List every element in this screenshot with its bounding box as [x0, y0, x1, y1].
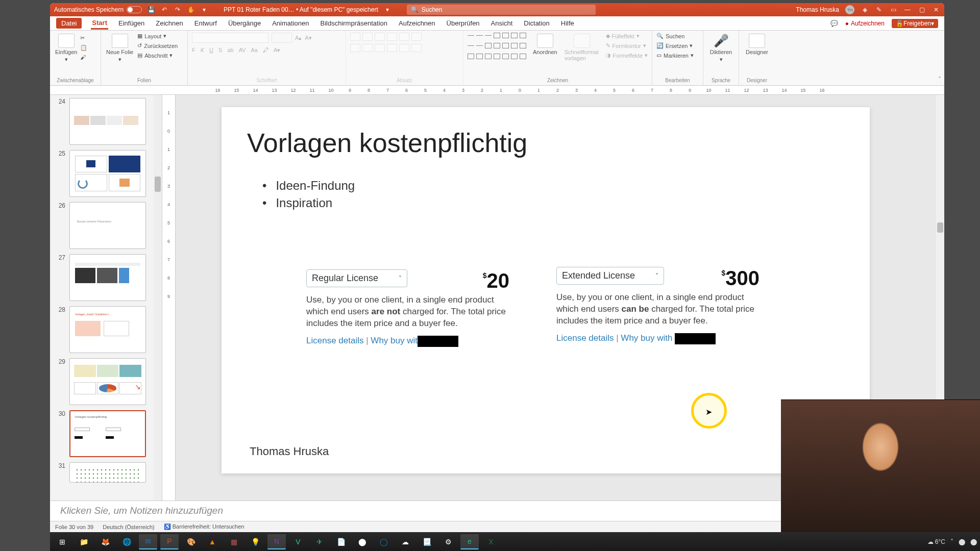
slide-canvas[interactable]: Vorlagen kostenpflichtig Ideen-Findung I… [222, 107, 870, 473]
autosave-toggle[interactable] [127, 6, 142, 13]
thumb-26[interactable]: Beispiel einfache Präsentation [69, 202, 146, 249]
italic-button[interactable]: K [201, 47, 204, 54]
file-explorer-icon[interactable]: 📁 [75, 534, 93, 549]
search-input[interactable]: 🔍 Suchen [407, 5, 596, 15]
why-buy-link[interactable]: Why buy with [621, 333, 672, 343]
app-icon[interactable]: 📃 [418, 534, 436, 549]
slide-thumbnails-panel[interactable]: 24 25 26Beispiel einfache Präsentation 2… [50, 95, 162, 500]
minimize-icon[interactable]: — [903, 6, 912, 14]
select-button[interactable]: ▭ Markieren ▾ [656, 52, 694, 59]
font-size-input[interactable] [272, 33, 292, 43]
firefox-icon[interactable]: 🦊 [96, 534, 114, 549]
tab-hilfe[interactable]: Hilfe [560, 18, 575, 29]
thumb-30[interactable]: Vorlagen kostenpflichtig [69, 410, 146, 457]
edge-icon[interactable]: e [460, 534, 479, 549]
app-icon[interactable]: 📄 [332, 534, 350, 549]
line-spacing-button[interactable] [399, 33, 409, 41]
quickstyles-button[interactable]: Schnellformat vorlagen [564, 33, 601, 62]
comments-icon[interactable]: 💬 [830, 20, 838, 27]
strike-button[interactable]: S [218, 47, 222, 54]
bold-button[interactable]: F [192, 47, 195, 54]
touch-icon[interactable]: ✋ [187, 6, 195, 14]
align-left-button[interactable] [350, 44, 360, 52]
extended-license-dropdown[interactable]: Extended License˅ [556, 267, 664, 285]
tab-zeichnen[interactable]: Zeichnen [155, 18, 184, 29]
excel-icon[interactable]: X [482, 534, 500, 549]
fill-button[interactable]: ◆ Fülleffekt ▾ [606, 33, 640, 39]
doc-dropdown-icon[interactable]: ▾ [383, 6, 391, 14]
reset-button[interactable]: ↺ Zurücksetzen [137, 42, 178, 49]
thumb-29[interactable]: ↘ [69, 358, 146, 405]
outlook-icon[interactable]: ✉ [139, 534, 157, 549]
align-right-button[interactable] [375, 44, 385, 52]
license-details-link[interactable]: License details [306, 336, 363, 345]
regular-license-dropdown[interactable]: Regular License˅ [306, 269, 407, 287]
tab-ueberpruefen[interactable]: Überprüfen [446, 18, 481, 29]
undo-icon[interactable]: ↶ [160, 6, 168, 14]
share-button[interactable]: 🔓 Freigeben ▾ [892, 19, 938, 28]
tab-aufzeichnen[interactable]: Aufzeichnen [398, 18, 436, 29]
columns-button[interactable] [399, 44, 409, 52]
close-icon[interactable]: ✕ [932, 6, 940, 14]
vlc-icon[interactable]: ▲ [203, 534, 222, 549]
tray-chevron-icon[interactable]: ˄ [950, 538, 953, 545]
font-name-input[interactable] [192, 33, 268, 43]
collapse-ribbon-icon[interactable]: ˅ [938, 76, 941, 83]
bullets-button[interactable] [350, 33, 360, 41]
tab-einfuegen[interactable]: Einfügen [117, 18, 145, 29]
diamond-icon[interactable]: ◈ [861, 6, 869, 14]
why-buy-link[interactable]: Why buy wit [371, 336, 418, 345]
tab-dictation[interactable]: Dictation [523, 18, 551, 29]
thumb-24[interactable] [69, 98, 146, 145]
new-slide-button[interactable]: Neue Folie▾ [105, 33, 134, 64]
status-lang[interactable]: Deutsch (Österreich) [103, 524, 154, 530]
thumb-27[interactable] [69, 254, 146, 301]
tab-uebergaenge[interactable]: Übergänge [227, 18, 262, 29]
app-icon[interactable]: 💡 [246, 534, 264, 549]
tab-animationen[interactable]: Animationen [271, 18, 310, 29]
align-center-button[interactable] [362, 44, 373, 52]
app-icon[interactable]: ☁ [396, 534, 414, 549]
thumb-28[interactable]: Vorlagen „Gratis" GreatFeet ✎ [69, 306, 146, 353]
status-access[interactable]: ♿ Barrierefreiheit: Untersuchen [164, 523, 244, 530]
underline-button[interactable]: U [209, 47, 213, 54]
start-button[interactable]: ⊞ [53, 534, 71, 549]
weather-icon[interactable]: ☁ 6°C [927, 538, 945, 545]
font-color-icon[interactable]: A▾ [274, 47, 280, 54]
shapes-gallery[interactable] [468, 33, 527, 62]
numbering-button[interactable] [362, 33, 373, 41]
app-icon[interactable]: ◯ [375, 534, 393, 549]
maximize-icon[interactable]: ▢ [918, 6, 926, 14]
thumb-31[interactable] [69, 462, 146, 483]
chrome-icon[interactable]: 🌐 [117, 534, 136, 549]
tab-start[interactable]: Start [91, 17, 108, 30]
pen-icon[interactable]: ✎ [875, 6, 883, 14]
redo-icon[interactable]: ↷ [174, 6, 182, 14]
tab-datei[interactable]: Datei [56, 18, 82, 29]
section-button[interactable]: ▤ Abschnitt ▾ [137, 52, 173, 59]
replace-button[interactable]: 🔄 Ersetzen ▾ [656, 42, 693, 49]
app-icon[interactable]: V [289, 534, 307, 549]
app-icon[interactable]: ▦ [225, 534, 243, 549]
format-painter-icon[interactable]: 🖌 [80, 54, 86, 60]
tab-ansicht[interactable]: Ansicht [490, 18, 514, 29]
dictate-button[interactable]: 🎤Diktieren▾ [707, 33, 734, 64]
settings-icon[interactable]: ⚙ [439, 534, 457, 549]
slide-bullets[interactable]: Ideen-Findung Inspiration [262, 179, 355, 213]
find-button[interactable]: 🔍 Suchen [656, 33, 684, 39]
thumb-25[interactable] [69, 150, 146, 197]
license-details-link[interactable]: License details [556, 333, 614, 343]
avatar[interactable]: TH [845, 5, 854, 14]
justify-button[interactable] [387, 44, 397, 52]
tray-icon[interactable]: ⬤ [970, 538, 977, 545]
highlight-icon[interactable]: 🖍 [263, 47, 268, 54]
record-button[interactable]: ● Aufzeichnen [845, 20, 885, 27]
more-icon[interactable]: ▾ [200, 6, 208, 14]
paste-button[interactable]: Einfügen▾ [54, 33, 78, 64]
designer-button[interactable]: Designer [743, 33, 771, 56]
tray-icon[interactable]: ⬤ [959, 538, 965, 545]
canvas-scrollbar[interactable] [937, 222, 943, 233]
copy-icon[interactable]: 📋 [80, 44, 87, 51]
outline-button[interactable]: ✎ Formkontur ▾ [606, 42, 646, 49]
slide-title[interactable]: Vorlagen kostenpflichtig [247, 128, 527, 158]
